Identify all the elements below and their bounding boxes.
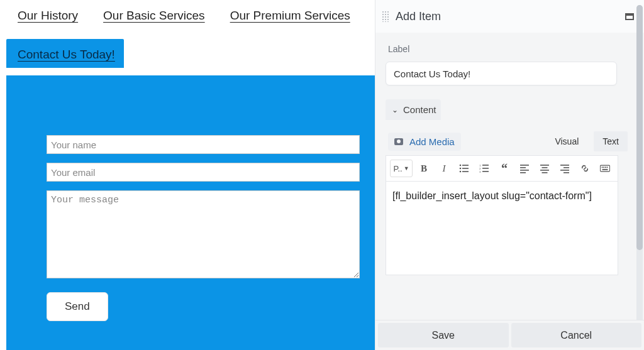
align-right-icon (560, 163, 570, 173)
italic-button[interactable]: I (435, 160, 453, 177)
blockquote-button[interactable]: “ (496, 160, 513, 177)
tab-content-panel: Send (6, 75, 375, 350)
svg-rect-20 (560, 165, 569, 166)
svg-point-0 (460, 165, 462, 167)
media-mode-row: Add Media Visual Text (386, 128, 630, 155)
tab-our-history[interactable]: Our History (18, 9, 78, 26)
tab-basic-services[interactable]: Our Basic Services (103, 9, 205, 26)
keyboard-icon (600, 163, 610, 173)
save-button[interactable]: Save (378, 323, 509, 347)
numbered-list-button[interactable]: 123 (475, 160, 493, 177)
content-accordion-label: Content (403, 104, 436, 115)
svg-rect-19 (542, 172, 548, 173)
link-button[interactable] (576, 160, 594, 177)
svg-rect-16 (540, 165, 549, 166)
preview-area: Our History Our Basic Services Our Premi… (0, 0, 375, 350)
svg-rect-23 (564, 172, 569, 173)
svg-rect-9 (482, 168, 489, 169)
svg-point-4 (460, 171, 462, 173)
link-icon (580, 163, 590, 173)
wysiwyg-toolbar: P..▼ B I 123 “ (386, 155, 618, 181)
panel-header: Add Item (375, 0, 644, 33)
bullet-list-icon (459, 163, 469, 173)
tab-premium-services[interactable]: Our Premium Services (230, 9, 350, 26)
tab-contact-us[interactable]: Contact Us Today! (18, 48, 115, 65)
align-left-button[interactable] (516, 160, 533, 177)
svg-rect-15 (520, 172, 526, 173)
tabs-row: Our History Our Basic Services Our Premi… (0, 0, 375, 26)
scrollbar-thumb[interactable] (636, 5, 643, 250)
svg-rect-17 (542, 167, 548, 168)
bold-button[interactable]: B (415, 160, 433, 177)
maximize-icon[interactable] (625, 13, 634, 20)
editor-content[interactable]: [fl_builder_insert_layout slug="contact-… (386, 181, 618, 275)
caret-down-icon: ▼ (404, 165, 409, 172)
label-input[interactable] (386, 62, 617, 85)
paragraph-dropdown-label: P.. (393, 164, 402, 173)
keyboard-button[interactable] (596, 160, 614, 177)
editor-mode-visual[interactable]: Visual (546, 131, 587, 151)
svg-point-2 (460, 168, 462, 170)
svg-text:3: 3 (479, 170, 481, 173)
panel-footer: Save Cancel (375, 320, 644, 350)
svg-rect-3 (462, 168, 469, 169)
svg-rect-22 (560, 170, 569, 171)
svg-rect-13 (520, 167, 526, 168)
message-textarea[interactable] (47, 190, 360, 278)
svg-rect-26 (603, 167, 604, 168)
svg-rect-14 (520, 170, 529, 171)
contact-form: Send (6, 75, 375, 336)
svg-rect-18 (540, 170, 549, 171)
svg-rect-24 (600, 165, 609, 172)
chevron-down-icon: ⌄ (392, 106, 398, 114)
align-left-icon (519, 163, 530, 173)
send-button[interactable]: Send (47, 292, 108, 321)
camera-icon (394, 137, 404, 146)
editor-panel: Add Item Label ⌄ Content Add Media Visua… (375, 0, 644, 350)
svg-rect-28 (607, 167, 608, 168)
drag-handle-icon[interactable] (382, 11, 389, 22)
svg-rect-5 (462, 171, 469, 172)
paragraph-dropdown[interactable]: P..▼ (390, 160, 413, 177)
panel-body: Label ⌄ Content Add Media Visual Text P.… (375, 33, 635, 320)
tab-active-wrap: Contact Us Today! (6, 39, 124, 68)
email-input[interactable] (47, 163, 360, 182)
add-media-label: Add Media (409, 136, 455, 147)
svg-rect-25 (602, 167, 603, 168)
align-center-button[interactable] (536, 160, 553, 177)
svg-rect-21 (564, 167, 569, 168)
cancel-button[interactable]: Cancel (511, 323, 642, 347)
content-accordion-toggle[interactable]: ⌄ Content (386, 99, 441, 120)
svg-rect-1 (462, 165, 469, 166)
svg-rect-7 (482, 165, 489, 166)
svg-rect-29 (602, 169, 608, 170)
numbered-list-icon: 123 (479, 163, 489, 173)
scrollbar-track[interactable] (636, 5, 643, 345)
svg-rect-12 (520, 165, 529, 166)
align-right-button[interactable] (556, 160, 574, 177)
editor-mode-text[interactable]: Text (594, 131, 628, 151)
align-center-icon (540, 163, 550, 173)
label-field-label: Label (388, 44, 630, 54)
svg-rect-11 (482, 171, 489, 172)
add-media-button[interactable]: Add Media (388, 133, 461, 151)
panel-title: Add Item (396, 10, 625, 23)
bullet-list-button[interactable] (455, 160, 473, 177)
svg-rect-27 (605, 167, 606, 168)
name-input[interactable] (47, 135, 360, 154)
